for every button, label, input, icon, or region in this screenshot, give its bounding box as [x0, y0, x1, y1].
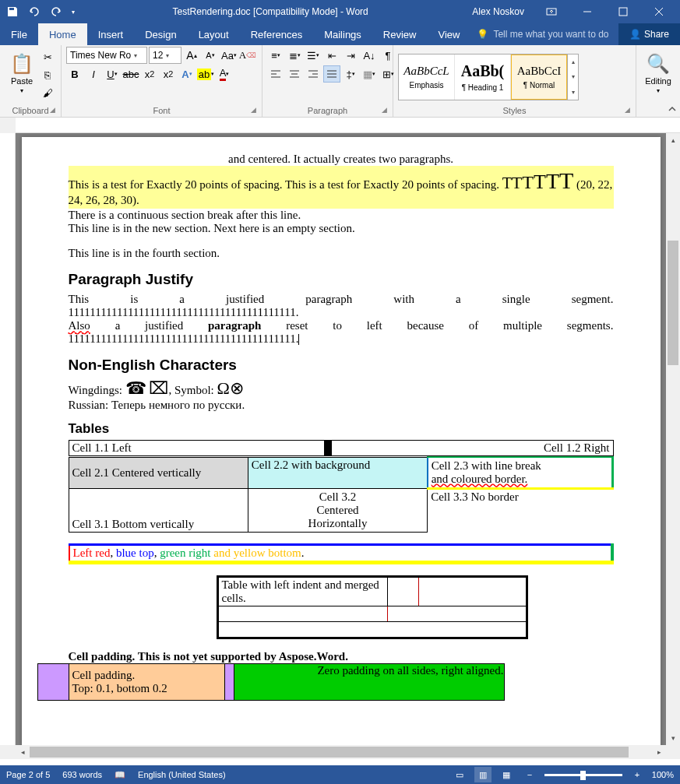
- tab-layout[interactable]: Layout: [188, 23, 240, 45]
- user-name[interactable]: Alex Noskov: [463, 6, 534, 17]
- font-launcher[interactable]: ◢: [251, 106, 260, 115]
- tab-mailings[interactable]: Mailings: [313, 23, 372, 45]
- editing-menu-button[interactable]: 🔍 Editing ▾: [641, 47, 675, 100]
- grow-font-button[interactable]: A▴: [183, 47, 200, 64]
- redo-button[interactable]: [47, 2, 65, 21]
- sort-button[interactable]: A↓: [361, 47, 378, 64]
- bold-button[interactable]: B: [66, 65, 83, 83]
- align-center-button[interactable]: [286, 65, 303, 83]
- clipboard-launcher[interactable]: ◢: [50, 106, 59, 115]
- vertical-scrollbar[interactable]: ▴ ▾: [666, 133, 680, 745]
- scrollbar-thumb[interactable]: [668, 241, 678, 365]
- horizontal-scrollbar[interactable]: ◂ ▸: [16, 745, 666, 759]
- zoom-out-button[interactable]: −: [521, 767, 538, 782]
- status-language[interactable]: English (United States): [138, 770, 226, 779]
- scrollbar-track[interactable]: [30, 745, 652, 759]
- close-button[interactable]: [641, 0, 677, 23]
- table-cell: Cell 2.2 with background: [248, 457, 427, 488]
- tab-file[interactable]: File: [0, 23, 38, 45]
- minimize-button[interactable]: [569, 0, 605, 23]
- zoom-slider[interactable]: [544, 774, 622, 776]
- style-heading1[interactable]: AaBb( ¶ Heading 1: [455, 54, 511, 100]
- strikethrough-button[interactable]: abc: [122, 65, 139, 83]
- scroll-left-button[interactable]: ◂: [16, 745, 30, 759]
- decrease-indent-button[interactable]: ⇤: [323, 47, 340, 64]
- scroll-right-button[interactable]: ▸: [652, 745, 666, 759]
- paragraph-launcher[interactable]: ◢: [382, 106, 391, 115]
- undo-button[interactable]: [25, 2, 44, 21]
- document-viewport[interactable]: and centered. It actually creates two pa…: [16, 133, 666, 745]
- font-size-combo[interactable]: 12▾: [149, 47, 181, 64]
- maximize-button[interactable]: [605, 0, 641, 23]
- shrink-font-button[interactable]: A▾: [202, 47, 219, 64]
- table-cell: Table with left indent and merged cells.: [217, 576, 387, 606]
- share-button[interactable]: 👤Share: [618, 23, 680, 45]
- zoom-level[interactable]: 100%: [652, 770, 674, 779]
- tab-review[interactable]: Review: [372, 23, 428, 45]
- table-cell: [224, 663, 234, 700]
- group-label-clipboard: Clipboard: [5, 104, 56, 117]
- paragraph: 1111111111111111111111111111111111111111…: [69, 332, 614, 346]
- italic-button[interactable]: I: [85, 65, 102, 83]
- tab-references[interactable]: References: [240, 23, 313, 45]
- tab-insert[interactable]: Insert: [87, 23, 135, 45]
- table-cell: [418, 576, 527, 606]
- font-name-combo[interactable]: Times New Ro▾: [66, 47, 147, 64]
- underline-button[interactable]: U▾: [104, 65, 121, 83]
- gallery-down-button[interactable]: ▾: [568, 69, 578, 84]
- save-button[interactable]: [3, 2, 22, 21]
- status-proofing-icon[interactable]: 📖: [115, 770, 125, 780]
- collapse-ribbon-button[interactable]: [666, 103, 678, 115]
- highlight-button[interactable]: ab▾: [197, 65, 214, 83]
- table-row: [217, 621, 527, 638]
- vertical-ruler[interactable]: [0, 133, 16, 745]
- view-read-mode-button[interactable]: ▭: [451, 767, 468, 782]
- gallery-expand-button[interactable]: ▾: [568, 85, 578, 100]
- align-left-button[interactable]: [267, 65, 284, 83]
- increase-indent-button[interactable]: ⇥: [342, 47, 359, 64]
- subscript-button[interactable]: x2: [141, 65, 158, 83]
- scroll-up-button[interactable]: ▴: [666, 133, 680, 147]
- gallery-up-button[interactable]: ▴: [568, 54, 578, 69]
- window-controls: [534, 0, 677, 23]
- ribbon-display-options-button[interactable]: [534, 0, 569, 23]
- styles-launcher[interactable]: ◢: [625, 106, 634, 115]
- cut-button[interactable]: ✂: [39, 48, 56, 65]
- qat-customize-button[interactable]: ▾: [69, 2, 78, 21]
- view-print-layout-button[interactable]: ▥: [474, 767, 492, 782]
- horizontal-ruler[interactable]: [16, 118, 680, 133]
- status-page[interactable]: Page 2 of 5: [6, 770, 50, 779]
- style-emphasis[interactable]: AaBbCcL Emphasis: [399, 54, 455, 100]
- clear-formatting-button[interactable]: A⌫: [239, 47, 256, 64]
- font-color-button[interactable]: A▾: [216, 65, 233, 83]
- scroll-down-button[interactable]: ▾: [666, 731, 680, 745]
- paste-button[interactable]: 📋 Paste ▾: [5, 47, 39, 100]
- superscript-button[interactable]: x2: [160, 65, 177, 83]
- numbering-button[interactable]: ≣▾: [286, 47, 303, 64]
- document-page[interactable]: and centered. It actually creates two pa…: [22, 137, 661, 745]
- change-case-button[interactable]: Aa▾: [220, 47, 238, 64]
- bullets-button[interactable]: ≡▾: [267, 47, 284, 64]
- paragraph: Wingdings: ☎ ⌧, Symbol: Ω⊗: [69, 378, 614, 399]
- scrollbar-track[interactable]: [666, 147, 680, 731]
- zoom-slider-thumb[interactable]: [580, 771, 586, 780]
- view-web-layout-button[interactable]: ▦: [498, 767, 515, 782]
- tab-view[interactable]: View: [427, 23, 470, 45]
- zoom-in-button[interactable]: +: [629, 767, 646, 782]
- tab-design[interactable]: Design: [134, 23, 187, 45]
- text-effects-button[interactable]: A▾: [178, 65, 196, 83]
- line-spacing-button[interactable]: ‡▾: [342, 65, 359, 83]
- table-cell: Cell 1.1 Left: [69, 441, 325, 456]
- style-normal[interactable]: AaBbCcI ¶ Normal: [511, 54, 567, 100]
- justify-button[interactable]: [323, 65, 340, 83]
- tell-me-box[interactable]: 💡Tell me what you want to do: [470, 23, 615, 45]
- tab-home[interactable]: Home: [38, 23, 87, 45]
- styles-gallery[interactable]: AaBbCcL Emphasis AaBb( ¶ Heading 1 AaBbC…: [398, 54, 579, 100]
- align-right-button[interactable]: [305, 65, 322, 83]
- multilevel-list-button[interactable]: ☰▾: [305, 47, 322, 64]
- shading-button[interactable]: ▦▾: [361, 65, 378, 83]
- format-painter-button[interactable]: 🖌: [39, 84, 56, 101]
- scrollbar-thumb[interactable]: [30, 747, 629, 758]
- copy-button[interactable]: ⎘: [39, 66, 56, 83]
- status-word-count[interactable]: 693 words: [62, 770, 102, 779]
